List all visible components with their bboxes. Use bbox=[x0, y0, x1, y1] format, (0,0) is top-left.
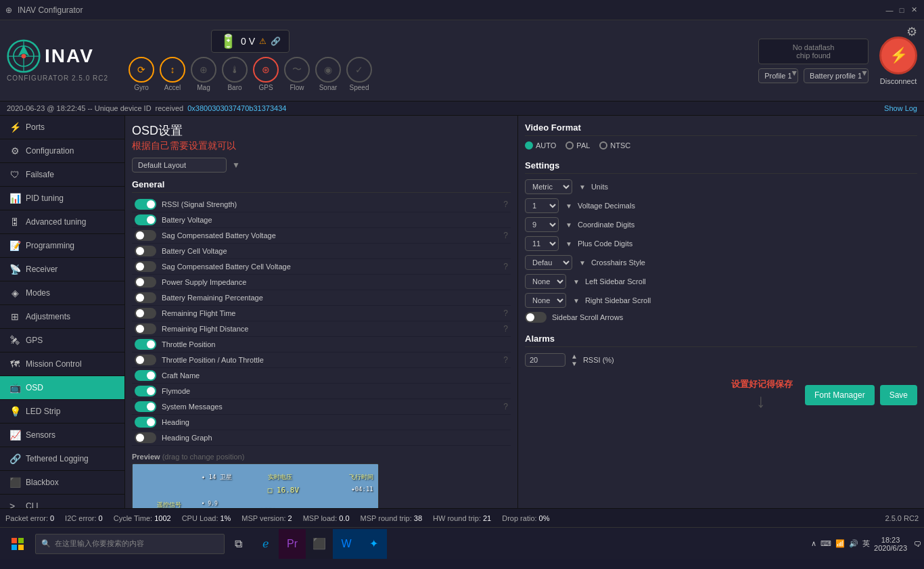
preview-image[interactable]: ✦ 14 卫星 实时电压 □ 16.8V 飞行时间 ✦04:11 遥控信号 • … bbox=[132, 463, 379, 508]
sidebar-item-configuration[interactable]: ⚙ Configuration bbox=[0, 139, 124, 163]
units-select[interactable]: Metric bbox=[525, 179, 572, 194]
sensor-accel[interactable]: ↕ Accel bbox=[160, 57, 185, 91]
batt-pct-toggle[interactable] bbox=[135, 292, 156, 303]
flight-dist-help[interactable]: ? bbox=[503, 324, 508, 334]
volt-decimals-select[interactable]: 1 bbox=[525, 198, 559, 213]
notification-icon[interactable]: 🗨 bbox=[914, 540, 921, 548]
cell-voltage-toggle[interactable] bbox=[135, 246, 156, 256]
sidebar-item-blackbox[interactable]: ⬛ Blackbox bbox=[0, 471, 124, 495]
disconnect-button[interactable]: ⚡ bbox=[879, 37, 917, 74]
radio-auto-dot[interactable] bbox=[525, 141, 533, 150]
sensor-gps[interactable]: ⊛ GPS bbox=[253, 57, 279, 91]
sensor-baro[interactable]: 🌡 Baro bbox=[222, 57, 248, 91]
osd-item-sm-left: System Messages bbox=[135, 401, 223, 412]
rssi-help[interactable]: ? bbox=[503, 200, 508, 209]
rssi-toggle[interactable] bbox=[135, 199, 156, 210]
mission-icon: 🗺 bbox=[9, 359, 20, 369]
battery-profile-select[interactable]: Battery profile 1 bbox=[804, 68, 869, 83]
sensor-flow[interactable]: 〜 Flow bbox=[284, 57, 310, 91]
sensor-gyro[interactable]: ⟳ Gyro bbox=[129, 57, 154, 91]
sag-cv-toggle[interactable] bbox=[135, 261, 156, 272]
throttle-auto-name: Throttle Position / Auto Throttle bbox=[162, 356, 264, 364]
sidebar-item-advanced[interactable]: 🎛 Advanced tuning bbox=[0, 210, 124, 234]
save-button[interactable]: Save bbox=[880, 385, 917, 405]
sidebar-item-modes[interactable]: ◈ Modes bbox=[0, 281, 124, 305]
sidebar-item-ports[interactable]: ⚡ Ports bbox=[0, 116, 124, 139]
throttle-toggle[interactable] bbox=[135, 339, 156, 350]
start-button[interactable] bbox=[3, 529, 32, 559]
heading-graph-toggle[interactable] bbox=[135, 432, 156, 443]
app1-icon[interactable]: ⬛ bbox=[306, 529, 333, 559]
flight-dist-toggle[interactable] bbox=[135, 323, 156, 334]
system-clock[interactable]: 18:23 2020/6/23 bbox=[874, 536, 907, 552]
sidebar-item-sensors[interactable]: 📈 Sensors bbox=[0, 424, 124, 447]
sidebar-item-osd[interactable]: 📺 OSD bbox=[0, 376, 124, 400]
plus-code-select[interactable]: 11 bbox=[525, 236, 559, 251]
coord-digits-select[interactable]: 9 bbox=[525, 217, 559, 232]
sidebar-item-tethered[interactable]: 🔗 Tethered Logging bbox=[0, 447, 124, 471]
sonar-icon-circle: ◉ bbox=[315, 57, 341, 83]
sensor-speed[interactable]: ✓ Speed bbox=[346, 57, 372, 91]
throttle-auto-toggle[interactable] bbox=[135, 355, 156, 365]
flight-time-help[interactable]: ? bbox=[503, 309, 508, 318]
radio-pal-dot[interactable] bbox=[565, 141, 574, 150]
rssi-alarm-input[interactable] bbox=[525, 353, 565, 367]
font-manager-button[interactable]: Font Manager bbox=[805, 385, 875, 405]
sidebar-item-receiver[interactable]: 📡 Receiver bbox=[0, 258, 124, 281]
layout-dropdown: Default Layout ▼ bbox=[132, 158, 511, 173]
osd-item-fm-left: Flymode bbox=[135, 386, 190, 396]
radio-pal[interactable]: PAL bbox=[565, 141, 590, 150]
app2-icon[interactable]: W bbox=[333, 529, 360, 559]
sidebar-item-gps[interactable]: 🛰 GPS bbox=[0, 329, 124, 352]
psi-toggle[interactable] bbox=[135, 277, 156, 288]
logo-text: INAV bbox=[45, 45, 94, 67]
flymode-toggle[interactable] bbox=[135, 386, 156, 396]
gear-button[interactable]: ⚙ bbox=[906, 24, 917, 39]
video-format-title: Video Format bbox=[525, 122, 917, 136]
sidebar-item-pid[interactable]: 📊 PID tuning bbox=[0, 187, 124, 210]
app3-icon[interactable]: ✦ bbox=[360, 529, 387, 559]
right-sidebar-select[interactable]: None bbox=[525, 293, 566, 308]
craft-name-toggle[interactable] bbox=[135, 370, 156, 381]
osd-item-h-left: Heading bbox=[135, 417, 189, 428]
lang-indicator[interactable]: 英 bbox=[862, 539, 870, 549]
crosshairs-select[interactable]: Defau bbox=[525, 255, 572, 270]
radio-ntsc-dot[interactable] bbox=[599, 141, 607, 150]
close-btn[interactable]: ✕ bbox=[909, 5, 919, 15]
msp-round-trip: MSP round trip: 38 bbox=[361, 514, 422, 522]
sidebar-item-failsafe[interactable]: 🛡 Failsafe bbox=[0, 163, 124, 187]
rssi-spinner-up[interactable]: ▲▼ bbox=[571, 352, 578, 367]
minimize-btn[interactable]: — bbox=[885, 5, 894, 15]
sidebar-item-cli[interactable]: >_ CLI bbox=[0, 495, 124, 508]
search-bar[interactable]: 🔍 在这里输入你要搜索的内容 bbox=[35, 534, 225, 554]
edge-icon[interactable]: ℯ bbox=[252, 529, 279, 559]
sidebar-item-adjustments[interactable]: ⊞ Adjustments bbox=[0, 305, 124, 329]
heading-toggle[interactable] bbox=[135, 417, 156, 428]
sag-bv-toggle[interactable] bbox=[135, 230, 156, 241]
osd-flight-time-value: ✦04:11 bbox=[351, 486, 373, 493]
sag-cv-help[interactable]: ? bbox=[503, 262, 508, 271]
disconnect-area[interactable]: ⚡ Disconnect bbox=[879, 37, 917, 85]
throttle-auto-help[interactable]: ? bbox=[503, 355, 508, 365]
taskbar-tray: ∧ ⌨ 📶 🔊 英 18:23 2020/6/23 🗨 bbox=[811, 536, 921, 552]
sensor-mag[interactable]: ⊕ Mag bbox=[191, 57, 216, 91]
sidebar-arrows-toggle[interactable] bbox=[525, 312, 547, 323]
sidebar-item-mission[interactable]: 🗺 Mission Control bbox=[0, 352, 124, 376]
battery-voltage-toggle[interactable] bbox=[135, 214, 156, 225]
sys-msg-toggle[interactable] bbox=[135, 401, 156, 412]
radio-auto[interactable]: AUTO bbox=[525, 141, 556, 150]
sidebar-item-programming[interactable]: 📝 Programming bbox=[0, 234, 124, 258]
taskview-btn[interactable]: ⧉ bbox=[225, 529, 252, 559]
sys-msg-help[interactable]: ? bbox=[503, 402, 508, 411]
flight-time-toggle[interactable] bbox=[135, 308, 156, 319]
layout-select[interactable]: Default Layout bbox=[132, 158, 227, 173]
premiere-icon[interactable]: Pr bbox=[279, 529, 306, 559]
sag-bv-help[interactable]: ? bbox=[503, 231, 508, 240]
left-sidebar-select[interactable]: None bbox=[525, 274, 566, 289]
sensor-sonar[interactable]: ◉ Sonar bbox=[315, 57, 341, 91]
show-log-button[interactable]: Show Log bbox=[884, 104, 917, 112]
sidebar-item-led[interactable]: 💡 LED Strip bbox=[0, 400, 124, 424]
failsafe-icon: 🛡 bbox=[9, 169, 20, 180]
radio-ntsc[interactable]: NTSC bbox=[599, 141, 630, 150]
maximize-btn[interactable]: □ bbox=[897, 5, 906, 15]
